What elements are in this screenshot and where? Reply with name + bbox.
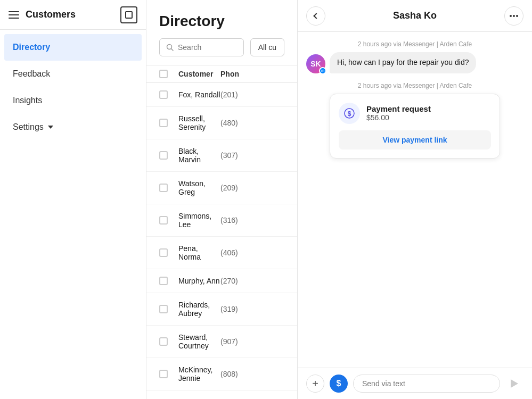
chat-contact-name: Sasha Ko (325, 10, 504, 21)
search-bar-row: All cu (146, 38, 297, 65)
main-content: Directory All cu Customer Phon Fox, Rand… (146, 0, 298, 399)
row-checkbox[interactable] (159, 216, 168, 225)
message-group: 2 hours ago via Messenger | Arden Cafe S… (306, 40, 523, 73)
row-checkbox[interactable] (159, 337, 168, 346)
customer-name: Pena, Norma (178, 244, 220, 261)
customer-phone: (316) (220, 216, 284, 225)
row-checkbox[interactable] (159, 151, 168, 160)
table-row[interactable]: Pena, Norma (406) (146, 237, 297, 269)
payment-amount: $56.00 (366, 113, 431, 122)
customer-phone: (270) (220, 277, 284, 285)
customer-name: Murphy, Ann (178, 277, 220, 285)
dot-icon (516, 15, 518, 17)
dot-icon (513, 15, 515, 17)
row-checkbox[interactable] (159, 248, 168, 257)
message-input-wrap (353, 375, 500, 393)
table-row[interactable]: Fox, Randall (201) (146, 83, 297, 107)
table-row[interactable]: Simmons, Lee (316) (146, 204, 297, 237)
avatar-wrap: SK (306, 54, 325, 73)
customer-name: Black, Marvin (178, 147, 220, 164)
sidebar-item-feedback[interactable]: Feedback (0, 61, 146, 87)
row-checkbox[interactable] (159, 305, 168, 313)
customer-phone: (808) (220, 370, 284, 378)
table-row[interactable]: Black, Marvin (307) (146, 139, 297, 172)
payment-card: $ Payment request $56.00 View payment li… (330, 94, 500, 159)
page-title: Directory (146, 0, 297, 38)
customer-name: Simmons, Lee (178, 212, 220, 229)
chat-footer: + $ (298, 368, 532, 399)
customer-phone: (406) (220, 248, 284, 257)
sidebar-item-settings[interactable]: Settings (0, 114, 146, 140)
payment-icon: $ (339, 103, 360, 124)
payment-info: Payment request $56.00 (366, 104, 431, 122)
top-bar: Customers (0, 0, 146, 30)
svg-text:$: $ (348, 110, 351, 117)
customer-name: Watson, Greg (178, 179, 220, 196)
table-row[interactable]: Richards, Aubrey (319) (146, 293, 297, 326)
square-app-icon[interactable] (120, 6, 137, 23)
customer-name: Fox, Randall (178, 90, 220, 99)
send-arrow-icon (511, 379, 518, 388)
customer-phone: (209) (220, 184, 284, 192)
message-bubble: Hi, how can I pay for the repair you did… (330, 52, 476, 73)
row-check-col (159, 277, 178, 285)
filter-button[interactable]: All cu (250, 38, 284, 56)
row-check-col (159, 370, 178, 378)
row-check-col (159, 119, 178, 127)
customer-name: McKinney, Jennie (178, 365, 220, 383)
message-row: SK Hi, how can I pay for the repair you … (306, 52, 523, 73)
payment-card-header: $ Payment request $56.00 (339, 103, 491, 124)
customer-phone: (480) (220, 119, 284, 127)
nav-items: Directory Feedback Insights Settings (0, 30, 146, 145)
row-checkbox[interactable] (159, 370, 168, 378)
dollar-circle-icon: $ (343, 107, 355, 119)
sidebar-item-directory[interactable]: Directory (4, 34, 142, 61)
view-payment-link-button[interactable]: View payment link (339, 130, 491, 149)
row-checkbox[interactable] (159, 90, 168, 99)
table-row[interactable]: Russell, Serenity (480) (146, 107, 297, 139)
chat-header: Sasha Ko (298, 0, 532, 32)
send-button[interactable] (505, 375, 523, 393)
table-row[interactable]: Murphy, Ann (270) (146, 269, 297, 293)
customer-phone: (907) (220, 337, 284, 346)
header-customer-col: Customer (178, 70, 220, 78)
table-row[interactable]: McKinney, Jennie (808) (146, 358, 297, 390)
customer-phone: (201) (220, 90, 284, 99)
row-checkbox[interactable] (159, 184, 168, 192)
hamburger-icon[interactable] (9, 10, 19, 20)
customer-table: Fox, Randall (201) Russell, Serenity (48… (146, 83, 297, 399)
chat-body: 2 hours ago via Messenger | Arden Cafe S… (298, 32, 532, 368)
back-button[interactable] (306, 6, 325, 26)
table-row[interactable]: Watson, Greg (209) (146, 172, 297, 204)
payment-button[interactable]: $ (330, 375, 348, 393)
table-row[interactable]: Steward, Courtney (907) (146, 326, 297, 358)
search-input[interactable] (178, 43, 237, 52)
message-timestamp: 2 hours ago via Messenger | Arden Cafe (306, 82, 523, 89)
row-check-col (159, 216, 178, 225)
search-box (159, 38, 244, 56)
add-attachment-button[interactable]: + (306, 375, 324, 393)
message-group: 2 hours ago via Messenger | Arden Cafe $… (306, 82, 523, 159)
message-input[interactable] (362, 379, 491, 388)
row-check-col (159, 337, 178, 346)
row-checkbox[interactable] (159, 119, 168, 127)
messenger-badge-icon (319, 67, 326, 74)
header-phone-col: Phon (220, 70, 284, 78)
sidebar-item-insights[interactable]: Insights (0, 87, 146, 114)
row-check-col (159, 184, 178, 192)
more-options-button[interactable] (504, 6, 523, 26)
message-timestamp: 2 hours ago via Messenger | Arden Cafe (306, 40, 523, 48)
payment-title: Payment request (366, 104, 431, 113)
select-all-checkbox[interactable] (159, 70, 168, 78)
header-check-col (159, 70, 178, 78)
chevron-down-icon (48, 126, 53, 129)
dot-icon (510, 15, 512, 17)
app-title: Customers (26, 9, 76, 20)
row-checkbox[interactable] (159, 277, 168, 285)
chat-panel: Sasha Ko 2 hours ago via Messenger | Ard… (298, 0, 532, 399)
left-navigation: Customers Directory Feedback Insights Se… (0, 0, 146, 399)
customer-name: Russell, Serenity (178, 114, 220, 131)
row-check-col (159, 151, 178, 160)
customer-name: Richards, Aubrey (178, 301, 220, 318)
table-header: Customer Phon (146, 65, 297, 83)
